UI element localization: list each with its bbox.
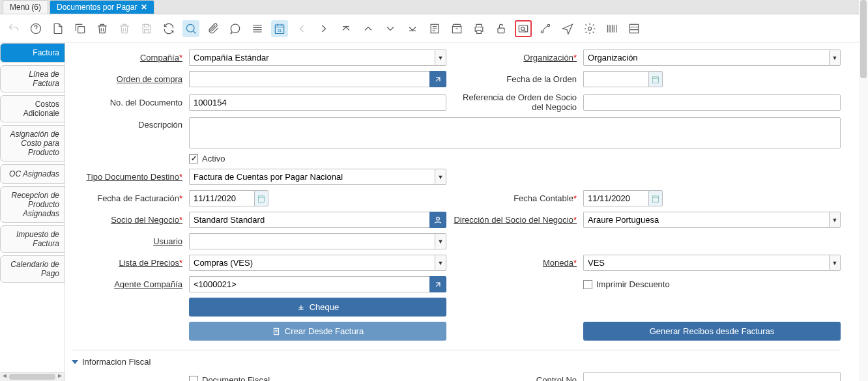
input-fecha-orden[interactable]	[583, 71, 648, 87]
svg-rect-14	[258, 195, 264, 201]
input-control-no[interactable]	[583, 372, 841, 381]
input-orden-compra[interactable]	[189, 71, 429, 87]
copy-button[interactable]	[72, 20, 89, 37]
input-fecha-cont[interactable]	[583, 190, 648, 206]
input-descripcion[interactable]	[189, 117, 841, 148]
label-fecha-orden: Fecha de la Orden	[453, 74, 577, 84]
input-lista-precios[interactable]	[189, 255, 435, 271]
input-socio[interactable]	[189, 212, 429, 228]
label-usuario: Usuario	[72, 236, 182, 246]
dropdown-icon[interactable]: ▼	[435, 49, 446, 66]
report-button[interactable]	[426, 20, 443, 37]
chat-button[interactable]	[227, 20, 244, 37]
send-button[interactable]	[559, 20, 576, 37]
sidebar-item[interactable]: OC Asignadas	[0, 164, 65, 184]
svg-point-16	[437, 217, 440, 220]
label-compania: Compañía*	[72, 53, 182, 63]
checkbox-imprimir-descuento[interactable]: Imprimir Descuento	[583, 279, 841, 289]
undo-button[interactable]	[5, 20, 22, 37]
input-fecha-fact[interactable]	[189, 190, 254, 206]
input-tipo-doc[interactable]	[189, 169, 435, 185]
gear-icon[interactable]	[581, 20, 598, 37]
goto-icon[interactable]	[429, 276, 446, 292]
check-icon	[583, 280, 592, 289]
workflow-button[interactable]	[537, 20, 554, 37]
sidebar-item[interactable]: Costos Adicionale	[0, 95, 65, 122]
label-agente: Agente Compañía	[72, 279, 182, 289]
button-cheque[interactable]: Cheque	[189, 298, 446, 317]
delete-button[interactable]	[94, 20, 111, 37]
svg-rect-13	[652, 76, 658, 82]
sidebar-item[interactable]: Recepcion de Producto Asignadas	[0, 186, 65, 223]
vertical-scrollbar[interactable]	[859, 0, 868, 381]
label-fecha-fact: Fecha de Facturación*	[72, 193, 182, 203]
dropdown-icon[interactable]: ▼	[435, 233, 446, 249]
input-agente[interactable]	[189, 276, 429, 292]
label-num-doc: No. del Documento	[72, 98, 182, 107]
svg-rect-6	[498, 28, 504, 33]
barcode-button[interactable]	[603, 20, 620, 37]
sidebar-item[interactable]: Factura	[0, 43, 65, 63]
down-button[interactable]	[382, 20, 399, 37]
up-button[interactable]	[360, 20, 377, 37]
input-compania[interactable]	[189, 49, 435, 66]
label-control-no: Control No	[453, 375, 577, 381]
attachment-button[interactable]	[205, 20, 222, 37]
prev-button[interactable]	[293, 20, 310, 37]
dropdown-icon[interactable]: ▼	[435, 169, 446, 185]
input-organizacion[interactable]	[583, 49, 829, 66]
calendar-icon[interactable]	[254, 190, 268, 206]
calendar-icon[interactable]	[648, 71, 663, 87]
button-generar-recibos[interactable]: Generar Recibos desde Facturas	[583, 322, 841, 341]
archive-button[interactable]	[448, 20, 465, 37]
toolbar: 31	[0, 14, 868, 43]
zoom-button[interactable]	[515, 20, 532, 37]
input-num-doc[interactable]	[189, 94, 446, 111]
save-button[interactable]	[138, 20, 155, 37]
first-button[interactable]	[338, 20, 354, 37]
lines-button[interactable]	[249, 20, 266, 37]
partner-icon[interactable]	[429, 212, 446, 228]
tab-menu[interactable]: Menú (6)	[3, 0, 48, 14]
svg-rect-12	[629, 24, 638, 33]
input-ref-socio[interactable]	[583, 94, 841, 111]
print-button[interactable]	[470, 20, 487, 37]
sidebar-item[interactable]: Asignación de Costo para Producto	[0, 125, 65, 162]
input-dir-socio[interactable]	[583, 212, 829, 228]
sidebar-item[interactable]: Línea de Factura	[0, 65, 65, 92]
checkbox-doc-fiscal[interactable]: Documento Fiscal	[189, 375, 446, 381]
input-moneda[interactable]	[583, 255, 829, 271]
dropdown-icon[interactable]: ▼	[829, 212, 841, 228]
search-button[interactable]	[182, 20, 199, 37]
last-button[interactable]	[404, 20, 421, 37]
help-button[interactable]	[27, 20, 44, 37]
dropdown-icon[interactable]: ▼	[435, 255, 446, 271]
input-usuario[interactable]	[189, 233, 435, 249]
next-button[interactable]	[315, 20, 332, 37]
delete2-button[interactable]	[116, 20, 133, 37]
svg-text:31: 31	[278, 29, 282, 33]
dropdown-icon[interactable]: ▼	[829, 255, 841, 271]
section-info-fiscal[interactable]: Informacion Fiscal	[72, 350, 841, 367]
tab-documentos[interactable]: Documentos por Pagar✕	[50, 0, 154, 14]
refresh-button[interactable]	[160, 20, 177, 37]
label-organizacion: Organización*	[453, 53, 577, 63]
calendar-icon[interactable]	[648, 190, 663, 206]
label-fecha-cont: Fecha Contable*	[453, 193, 577, 203]
label-lista-precios: Lista de Precios*	[72, 258, 182, 268]
form-button[interactable]	[626, 20, 643, 37]
dropdown-icon[interactable]: ▼	[829, 49, 841, 66]
sidebar-item[interactable]: Calendario de Pago	[0, 255, 65, 283]
button-crear-desde[interactable]: Crear Desde Factura	[189, 322, 446, 341]
svg-rect-15	[652, 195, 658, 201]
close-icon[interactable]: ✕	[141, 3, 147, 12]
calendar-button[interactable]: 31	[271, 20, 288, 37]
new-button[interactable]	[50, 20, 66, 37]
sidebar-scrollbar[interactable]	[0, 372, 65, 381]
sidebar-item[interactable]: Impuesto de Factura	[0, 225, 65, 253]
form-content: Compañía* ▼ Organización* ▼ Orden de com…	[65, 43, 868, 381]
goto-icon[interactable]	[429, 71, 446, 87]
svg-point-11	[588, 27, 592, 30]
checkbox-activo[interactable]: Activo	[189, 154, 446, 163]
lock-button[interactable]	[493, 20, 510, 37]
